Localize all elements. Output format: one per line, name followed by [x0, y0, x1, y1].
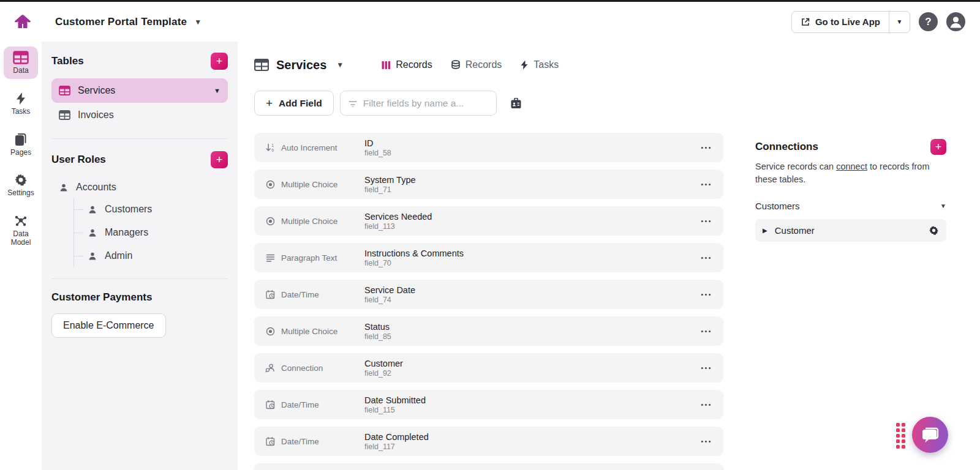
connections-panel: Connections + Service records can connec…	[755, 133, 946, 470]
nav-rail: Data Tasks Pages Settings Data Model	[0, 42, 42, 470]
chevron-right-icon[interactable]: ▶	[763, 227, 767, 234]
app-title-chevron-down-icon[interactable]: ▼	[194, 18, 202, 26]
role-admin[interactable]: Admin	[74, 244, 228, 267]
field-type-label: Date/Time	[281, 290, 364, 299]
sidebar-table-services[interactable]: Services ▼	[51, 78, 228, 103]
table-chevron-down-icon[interactable]: ▼	[336, 61, 344, 69]
svg-text:1: 1	[271, 143, 274, 147]
date-time-icon	[265, 436, 281, 447]
field-row[interactable]: Multiple Choice Services Needed field_11…	[254, 206, 723, 236]
role-accounts[interactable]: Accounts	[51, 177, 228, 198]
data-model-icon	[13, 214, 28, 228]
rail-item-settings[interactable]: Settings	[4, 169, 38, 201]
field-menu-ellipsis-icon[interactable]	[698, 181, 714, 188]
field-menu-ellipsis-icon[interactable]	[698, 438, 714, 446]
drag-handle-dots[interactable]	[896, 423, 905, 449]
go-to-live-app-button[interactable]: Go to Live App	[792, 12, 889, 32]
field-row[interactable]: Date/Time Service Date field_74	[254, 280, 723, 309]
main-content: Services ▼ Records Records	[238, 42, 980, 470]
go-to-live-app-split-button: Go to Live App ▼	[791, 11, 910, 33]
rail-item-label: Pages	[10, 149, 31, 157]
field-name: System Type	[364, 175, 416, 185]
field-menu-ellipsis-icon[interactable]	[698, 254, 714, 262]
account-avatar[interactable]	[946, 12, 965, 31]
tab-tasks[interactable]: Tasks	[520, 59, 559, 70]
connect-link[interactable]: connect	[836, 162, 867, 171]
divider	[51, 138, 228, 139]
field-name: Date Completed	[364, 432, 429, 442]
field-menu-ellipsis-icon[interactable]	[698, 217, 714, 225]
group-chevron-down-icon[interactable]: ▼	[940, 203, 946, 209]
user-roles-header: User Roles	[51, 154, 106, 166]
rail-item-tasks[interactable]: Tasks	[4, 88, 38, 120]
chat-widget-button[interactable]	[912, 417, 948, 453]
tab-records-fields[interactable]: Records	[382, 59, 432, 70]
table-icon	[59, 86, 70, 95]
field-key: field_74	[364, 296, 415, 304]
connection-icon	[265, 363, 281, 373]
connection-gear-icon[interactable]	[929, 225, 939, 236]
connection-item-customer[interactable]: ▶ Customer	[755, 219, 946, 242]
field-name: ID	[364, 138, 391, 148]
home-icon	[15, 15, 31, 29]
field-row-partial[interactable]	[254, 463, 723, 470]
tab-records-data[interactable]: Records	[451, 59, 502, 70]
field-row[interactable]: Date/Time Date Submitted field_115	[254, 390, 723, 419]
table-icon	[59, 110, 70, 120]
chevron-down-icon[interactable]: ▼	[214, 87, 221, 94]
field-name: Status	[364, 322, 391, 332]
home-button[interactable]	[12, 12, 33, 32]
field-key: field_92	[364, 369, 403, 378]
svg-text:9: 9	[271, 148, 274, 152]
field-name: Customer	[364, 359, 403, 368]
rail-item-label: Data Model	[6, 230, 36, 247]
app-title: Customer Portal Template	[55, 16, 187, 28]
help-button[interactable]: ?	[919, 12, 938, 31]
field-row[interactable]: Connection Customer field_92	[254, 353, 723, 382]
person-icon	[59, 183, 69, 192]
field-row[interactable]: Paragraph Text Instructions & Comments f…	[254, 243, 723, 272]
rail-item-label: Data	[13, 67, 28, 75]
role-customers[interactable]: Customers	[74, 198, 228, 221]
field-name: Service Date	[364, 285, 415, 295]
rail-item-data[interactable]: Data	[4, 47, 38, 79]
database-icon	[451, 60, 461, 70]
rail-item-pages[interactable]: Pages	[4, 129, 38, 161]
field-menu-ellipsis-icon[interactable]	[698, 364, 714, 372]
sidebar: Tables + Services ▼ Invoices User Roles …	[42, 42, 238, 470]
field-row[interactable]: Date/Time Date Completed field_117	[254, 427, 723, 456]
filter-fields-input[interactable]	[363, 98, 489, 109]
add-table-button[interactable]: +	[211, 53, 228, 70]
id-badge-icon[interactable]	[510, 98, 522, 109]
field-row[interactable]: Multiple Choice Status field_85	[254, 316, 723, 346]
rail-item-data-model[interactable]: Data Model	[4, 210, 38, 251]
table-icon	[254, 59, 269, 71]
role-label: Accounts	[76, 182, 116, 193]
add-user-role-button[interactable]: +	[211, 151, 228, 168]
field-key: field_85	[364, 332, 391, 341]
role-label: Admin	[105, 250, 132, 261]
field-menu-ellipsis-icon[interactable]	[698, 401, 714, 409]
field-menu-ellipsis-icon[interactable]	[698, 291, 714, 299]
enable-ecommerce-button[interactable]: Enable E-Commerce	[51, 313, 166, 338]
bolt-icon	[520, 60, 529, 70]
go-to-live-app-dropdown-arrow[interactable]: ▼	[889, 12, 910, 32]
columns-icon	[382, 61, 391, 70]
filter-fields-inputbox	[340, 91, 497, 116]
add-connection-button[interactable]: +	[930, 139, 946, 155]
add-field-button[interactable]: + Add Field	[254, 91, 334, 116]
field-menu-ellipsis-icon[interactable]	[698, 144, 714, 152]
field-name: Date Submitted	[364, 395, 426, 405]
rail-item-label: Tasks	[12, 108, 31, 116]
role-label: Managers	[105, 227, 148, 238]
sidebar-table-invoices[interactable]: Invoices	[51, 103, 228, 127]
filter-icon	[348, 99, 358, 108]
field-row[interactable]: Multiple Choice System Type field_71	[254, 170, 723, 199]
field-key: field_71	[364, 185, 416, 194]
field-row[interactable]: 19 Auto Increment ID field_58	[254, 133, 723, 162]
data-table-icon	[13, 51, 29, 64]
role-managers[interactable]: Managers	[74, 221, 228, 244]
sidebar-table-label: Services	[78, 85, 115, 96]
field-menu-ellipsis-icon[interactable]	[698, 327, 714, 335]
connections-group-label: Customers	[755, 201, 800, 211]
